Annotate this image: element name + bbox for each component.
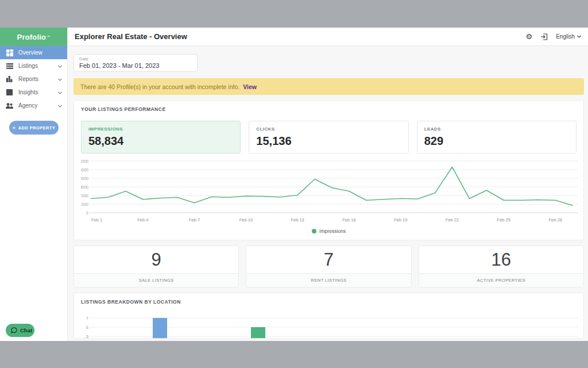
svg-text:6: 6 [86,325,88,329]
svg-text:3000: 3000 [81,185,88,189]
settings-button[interactable]: ⚙ [526,33,533,40]
legend-label: Impressions [319,228,346,234]
date-range-picker[interactable]: Date Feb 01, 2023 - Mar 01, 2023 [74,54,198,72]
svg-text:Feb 4: Feb 4 [137,217,148,223]
page-title: Explorer Real Estate - Overview [75,32,187,41]
clicks-metric-card[interactable]: CLICKS 15,136 [249,121,408,154]
metric-value: 58,834 [88,135,233,148]
sidebar-item-insights[interactable]: Insights [0,86,67,99]
dashboard-icon [6,49,13,56]
sidebar-item-label: Reports [18,76,58,82]
stat-value: 9 [74,246,238,273]
legend-dot-icon [312,229,316,233]
svg-text:5000: 5000 [81,168,88,172]
chevron-down-icon [58,76,63,82]
sale-listings-card[interactable]: 9 SALE LISTINGS [74,246,239,288]
svg-text:7: 7 [86,316,88,320]
app-window: Profolio™ Overview Listings Reports [0,28,588,341]
sidebar-item-label: Listings [18,63,58,69]
svg-text:Feb 25: Feb 25 [497,217,510,223]
metric-value: 829 [424,135,569,148]
leads-metric-card[interactable]: LEADS 829 [417,121,577,154]
chevron-down-icon [577,35,581,38]
chevron-down-icon [58,89,63,95]
view-link[interactable]: View [243,83,257,90]
summary-stats-row: 9 SALE LISTINGS 7 RENT LISTINGS 16 ACTIV… [74,246,584,288]
chat-bubble-icon [11,327,17,334]
sidebar: Profolio™ Overview Listings Reports [0,28,68,341]
logo-text: Profolio [17,33,47,41]
metric-label: LEADS [424,126,569,132]
insights-icon [6,89,13,96]
breakdown-bar-chart: 765 [81,310,578,339]
main-area: Explorer Real Estate - Overview ⚙ Englis… [68,28,588,341]
chevron-down-icon [58,102,63,109]
sidebar-item-agency[interactable]: Agency [0,99,67,112]
trademark-symbol: ™ [47,35,50,39]
app-logo: Profolio™ [0,28,67,46]
svg-text:Feb 10: Feb 10 [239,217,253,223]
svg-text:Feb 7: Feb 7 [189,217,200,223]
svg-text:Feb 13: Feb 13 [291,217,304,223]
language-label: English [556,33,575,40]
stat-label: RENT LISTINGS [246,273,411,287]
sidebar-item-listings[interactable]: Listings [0,59,67,72]
impressions-metric-card[interactable]: IMPRESSIONS 58,834 [81,121,241,154]
metric-label: CLICKS [256,126,401,132]
people-icon [6,102,13,109]
list-icon [6,62,13,70]
metric-cards-row: IMPRESSIONS 58,834 CLICKS 15,136 LEADS 8… [81,121,577,154]
listings-performance-panel: YOUR LISTINGS PERFORMANCE IMPRESSIONS 58… [74,100,584,240]
stat-value: 16 [419,246,583,273]
stat-label: SALE LISTINGS [74,273,238,287]
svg-text:0: 0 [86,211,88,215]
svg-text:Feb 28: Feb 28 [548,217,562,223]
letterbox-top [0,0,588,28]
svg-text:6000: 6000 [81,159,88,163]
sign-out-icon [540,33,548,40]
svg-text:Feb 16: Feb 16 [342,217,355,223]
incomplete-profiles-banner: There are 40 Profile(s) in your account … [74,78,584,95]
banner-message: There are 40 Profile(s) in your account … [80,83,239,90]
svg-text:Feb 22: Feb 22 [446,217,459,223]
plus-icon: + [12,124,16,131]
svg-text:4000: 4000 [81,177,88,181]
stat-value: 7 [246,246,411,273]
metric-label: IMPRESSIONS [88,126,233,132]
chat-button[interactable]: Chat [6,324,34,337]
performance-section-title: YOUR LISTINGS PERFORMANCE [81,106,577,112]
sidebar-item-overview[interactable]: Overview [0,46,67,59]
add-property-button[interactable]: + ADD PROPERTY [9,121,59,135]
breakdown-section-title: LISTINGS BREAKDOWN BY LOCATION [81,299,577,305]
chevron-down-icon [58,63,63,69]
sign-out-button[interactable] [540,33,548,40]
top-bar: Explorer Real Estate - Overview ⚙ Englis… [68,28,588,46]
add-property-label: ADD PROPERTY [18,125,55,131]
date-field-label: Date [79,56,192,62]
stat-label: ACTIVE PROPERTIES [419,273,583,287]
chart-legend: Impressions [81,228,577,234]
sidebar-item-label: Overview [18,49,63,56]
letterbox-bottom [0,341,588,368]
svg-text:2000: 2000 [81,194,88,198]
listings-breakdown-panel: LISTINGS BREAKDOWN BY LOCATION 765 [74,293,584,339]
svg-text:5: 5 [86,335,88,339]
language-selector[interactable]: English [556,33,581,40]
sidebar-item-label: Insights [18,89,58,95]
metric-value: 15,136 [256,135,401,148]
impressions-line-chart: 0100020003000400050006000Feb 1Feb 4Feb 7… [81,158,577,227]
svg-text:Feb 1: Feb 1 [91,217,102,223]
svg-text:1000: 1000 [81,202,88,206]
chat-label: Chat [20,327,32,334]
sidebar-item-label: Agency [18,102,58,109]
gear-icon: ⚙ [526,33,533,40]
bar-chart-icon [6,75,13,83]
date-field-value: Feb 01, 2023 - Mar 01, 2023 [79,62,192,69]
svg-text:Feb 19: Feb 19 [394,217,407,223]
rent-listings-card[interactable]: 7 RENT LISTINGS [246,246,411,288]
sidebar-item-reports[interactable]: Reports [0,72,67,86]
content-area: Date Feb 01, 2023 - Mar 01, 2023 There a… [68,46,588,341]
active-properties-card[interactable]: 16 ACTIVE PROPERTIES [419,246,584,288]
